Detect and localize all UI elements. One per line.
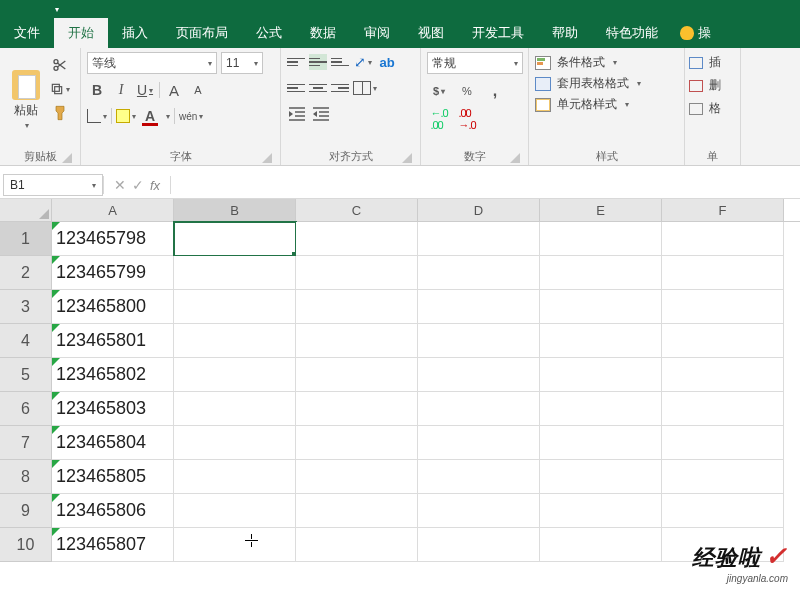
cell[interactable]	[296, 222, 418, 256]
tab-file[interactable]: 文件	[0, 18, 54, 48]
delete-cells-button[interactable]: 删	[689, 77, 736, 94]
row-header[interactable]: 2	[0, 256, 52, 290]
cell[interactable]	[540, 324, 662, 358]
cell[interactable]	[174, 324, 296, 358]
format-cells-button[interactable]: 格	[689, 100, 736, 117]
cell[interactable]: 123465805	[52, 460, 174, 494]
format-as-table-button[interactable]: 套用表格格式 ▾	[535, 75, 678, 92]
cell[interactable]	[418, 222, 540, 256]
cell[interactable]	[540, 494, 662, 528]
cell[interactable]	[662, 392, 784, 426]
cell[interactable]	[540, 426, 662, 460]
cell[interactable]	[662, 460, 784, 494]
row-header[interactable]: 1	[0, 222, 52, 256]
cell[interactable]	[540, 358, 662, 392]
row-header[interactable]: 5	[0, 358, 52, 392]
row-header[interactable]: 3	[0, 290, 52, 324]
cell[interactable]	[662, 494, 784, 528]
cell[interactable]	[418, 494, 540, 528]
quick-access-dropdown-icon[interactable]: ▾	[55, 5, 63, 13]
copy-button[interactable]: ▾	[50, 80, 70, 98]
decrease-decimal-button[interactable]: .00→.0	[455, 108, 479, 130]
grow-font-button[interactable]: A	[164, 80, 184, 100]
decrease-indent-button[interactable]	[287, 104, 307, 124]
font-name-combo[interactable]: 等线▾	[87, 52, 217, 74]
cell[interactable]	[662, 324, 784, 358]
row-header[interactable]: 10	[0, 528, 52, 562]
cell[interactable]	[540, 290, 662, 324]
cell[interactable]	[418, 324, 540, 358]
column-header[interactable]: E	[540, 199, 662, 221]
comma-button[interactable]: ,	[483, 80, 507, 102]
cell[interactable]	[418, 460, 540, 494]
cell[interactable]	[540, 528, 662, 562]
italic-button[interactable]: I	[111, 80, 131, 100]
cell[interactable]: 123465801	[52, 324, 174, 358]
wrap-text-button[interactable]: ab	[377, 52, 397, 72]
cell[interactable]: 123465806	[52, 494, 174, 528]
cell[interactable]	[418, 528, 540, 562]
underline-button[interactable]: U▾	[135, 80, 155, 100]
merge-button[interactable]: ▾	[353, 78, 377, 98]
dialog-launcher-icon[interactable]	[510, 153, 520, 163]
cell[interactable]	[540, 222, 662, 256]
name-box[interactable]: B1 ▾	[3, 174, 103, 196]
align-top-button[interactable]	[287, 54, 305, 70]
cell[interactable]	[296, 426, 418, 460]
tab-insert[interactable]: 插入	[108, 18, 162, 48]
tab-view[interactable]: 视图	[404, 18, 458, 48]
phonetic-button[interactable]: wén▾	[179, 106, 203, 126]
column-header[interactable]: F	[662, 199, 784, 221]
tab-review[interactable]: 审阅	[350, 18, 404, 48]
cell[interactable]: 123465807	[52, 528, 174, 562]
insert-cells-button[interactable]: 插	[689, 54, 736, 71]
cell[interactable]	[418, 426, 540, 460]
cell[interactable]	[174, 460, 296, 494]
column-header[interactable]: B	[174, 199, 296, 221]
cell[interactable]	[174, 256, 296, 290]
cell[interactable]	[296, 256, 418, 290]
row-header[interactable]: 4	[0, 324, 52, 358]
cell[interactable]	[174, 392, 296, 426]
align-middle-button[interactable]	[309, 54, 327, 70]
align-right-button[interactable]	[331, 80, 349, 96]
dialog-launcher-icon[interactable]	[262, 153, 272, 163]
bold-button[interactable]: B	[87, 80, 107, 100]
cell[interactable]	[662, 222, 784, 256]
cell[interactable]	[296, 494, 418, 528]
formula-input[interactable]	[171, 172, 800, 198]
tab-home[interactable]: 开始	[54, 18, 108, 48]
cell[interactable]	[296, 358, 418, 392]
cell[interactable]	[174, 528, 296, 562]
fill-color-button[interactable]: ▾	[116, 106, 136, 126]
row-header[interactable]: 7	[0, 426, 52, 460]
cell[interactable]	[296, 392, 418, 426]
cell[interactable]	[296, 324, 418, 358]
cell[interactable]	[662, 358, 784, 392]
cell[interactable]: 123465802	[52, 358, 174, 392]
conditional-format-button[interactable]: 条件格式 ▾	[535, 54, 678, 71]
dialog-launcher-icon[interactable]	[62, 153, 72, 163]
dialog-launcher-icon[interactable]	[402, 153, 412, 163]
cell[interactable]	[662, 256, 784, 290]
cell[interactable]	[418, 256, 540, 290]
format-painter-button[interactable]	[50, 104, 70, 122]
cell-styles-button[interactable]: 单元格样式 ▾	[535, 96, 678, 113]
cell[interactable]: 123465800	[52, 290, 174, 324]
cancel-icon[interactable]: ✕	[114, 177, 126, 193]
shrink-font-button[interactable]: A	[188, 80, 208, 100]
cell[interactable]	[174, 426, 296, 460]
column-header[interactable]: A	[52, 199, 174, 221]
tab-data[interactable]: 数据	[296, 18, 350, 48]
cell[interactable]	[540, 460, 662, 494]
cell[interactable]	[662, 290, 784, 324]
cell[interactable]	[296, 290, 418, 324]
cell[interactable]	[174, 222, 296, 256]
align-center-button[interactable]	[309, 80, 327, 96]
increase-decimal-button[interactable]: ←.0.00	[427, 108, 451, 130]
tab-developer[interactable]: 开发工具	[458, 18, 538, 48]
cut-button[interactable]	[50, 56, 70, 74]
cell[interactable]	[418, 290, 540, 324]
currency-button[interactable]: $▾	[427, 80, 451, 102]
cell[interactable]: 123465804	[52, 426, 174, 460]
